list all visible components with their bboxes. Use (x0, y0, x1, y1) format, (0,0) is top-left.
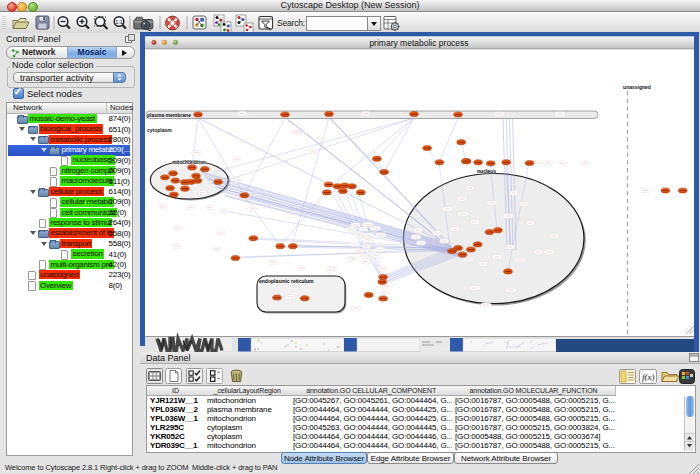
svg-text:primary metabolic process: primary metabolic process (369, 38, 468, 48)
svg-text:nucleus: nucleus (477, 168, 496, 174)
svg-text:endoplasmic reticulum: endoplasmic reticulum (259, 278, 314, 284)
svg-text:unassigned: unassigned (623, 84, 651, 90)
svg-text:1:1: 1:1 (115, 18, 123, 24)
svg-text:mitochondrion: mitochondrion (172, 160, 206, 165)
svg-text:cytoplasm: cytoplasm (147, 127, 172, 133)
svg-text:f(x): f(x) (642, 372, 655, 382)
svg-text:plasma membrane: plasma membrane (147, 112, 191, 118)
